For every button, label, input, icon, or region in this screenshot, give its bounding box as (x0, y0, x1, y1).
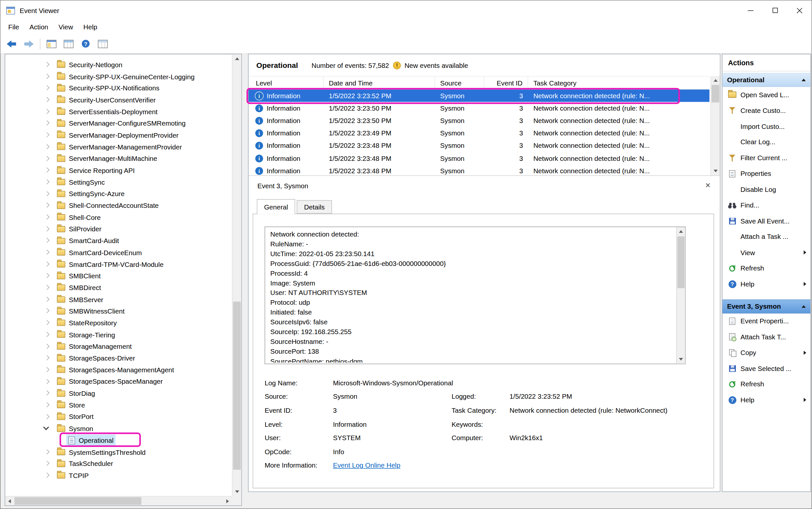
action-section-header-event-3-sysmon[interactable]: Event 3, Sysmon (722, 299, 811, 313)
tree-item-servermanager-managementprovider[interactable]: ServerManager-ManagementProvider (5, 141, 232, 153)
chevron-right-icon[interactable] (44, 379, 50, 384)
tree-item-sysmon[interactable]: Sysmon (5, 423, 232, 435)
close-preview-button[interactable] (702, 180, 714, 192)
chevron-right-icon[interactable] (44, 97, 50, 102)
chevron-right-icon[interactable] (44, 402, 50, 408)
tree-item-settingsync-azure[interactable]: SettingSync-Azure (5, 188, 232, 200)
tree-item-settingsync[interactable]: SettingSync (5, 176, 232, 188)
tree-item-store[interactable]: Store (5, 399, 232, 411)
tree-item-security-spp-ux-notifications[interactable]: Security-SPP-UX-Notifications (5, 82, 232, 94)
scroll-down-button[interactable] (232, 487, 241, 496)
tree-item-operational[interactable]: Operational (5, 435, 232, 446)
tree-item-smbclient[interactable]: SMBClient (5, 270, 232, 282)
action-item-help[interactable]: Help (722, 392, 811, 408)
tree-item-taskscheduler[interactable]: TaskScheduler (5, 458, 232, 470)
event-row[interactable]: Information1/5/2022 3:23:48 PMSysmon3Net… (249, 152, 710, 164)
chevron-right-icon[interactable] (44, 461, 50, 466)
tab-details[interactable]: Details (297, 200, 332, 214)
menu-action[interactable]: Action (24, 20, 53, 34)
forward-button[interactable] (21, 37, 37, 51)
chevron-right-icon[interactable] (44, 332, 50, 337)
tree-item-shell-core[interactable]: Shell-Core (5, 211, 232, 223)
chevron-right-icon[interactable] (44, 261, 50, 267)
tree-item-silprovider[interactable]: SilProvider (5, 223, 232, 235)
tree-item-smbserver[interactable]: SMBServer (5, 294, 232, 305)
collapse-section-icon[interactable] (802, 79, 806, 81)
tree-item-staterepository[interactable]: StateRepository (5, 317, 232, 329)
chevron-right-icon[interactable] (44, 273, 50, 278)
action-item-import-custo[interactable]: Import Custo... (722, 118, 811, 134)
action-item-event-properti[interactable]: Event Properti... (722, 313, 811, 329)
action-item-properties[interactable]: Properties (722, 166, 811, 181)
tree-item-smartcard-tpm-vcard-module[interactable]: SmartCard-TPM-VCard-Module (5, 259, 232, 270)
chevron-right-icon[interactable] (44, 156, 50, 161)
tree-item-stordiag[interactable]: StorDiag (5, 387, 232, 399)
tree-item-security-spp-ux-genuinecenter-logging[interactable]: Security-SPP-UX-GenuineCenter-Logging (5, 71, 232, 82)
action-pane-toggle-button[interactable] (95, 37, 111, 51)
action-item-disable-log[interactable]: Disable Log (722, 181, 811, 197)
action-item-find[interactable]: Find... (722, 197, 811, 213)
event-row[interactable]: Information1/5/2022 3:23:50 PMSysmon3Net… (249, 102, 710, 114)
chevron-right-icon[interactable] (44, 74, 50, 79)
chevron-right-icon[interactable] (44, 414, 50, 419)
message-vertical-scrollbar[interactable] (677, 227, 685, 364)
tree-item-smbdirect[interactable]: SMBDirect (5, 282, 232, 294)
tree-item-storagespaces-driver[interactable]: StorageSpaces-Driver (5, 352, 232, 364)
event-row[interactable]: Information1/5/2022 3:23:48 PMSysmon3Net… (249, 140, 710, 152)
tree-item-servermanager-deploymentprovider[interactable]: ServerManager-DeploymentProvider (5, 130, 232, 141)
tree-item-systemsettingsthreshold[interactable]: SystemSettingsThreshold (5, 446, 232, 458)
chevron-right-icon[interactable] (44, 297, 50, 302)
chevron-right-icon[interactable] (44, 214, 50, 219)
tree-item-smartcard-deviceenum[interactable]: SmartCard-DeviceEnum (5, 247, 232, 259)
action-item-help[interactable]: Help (722, 276, 811, 292)
scroll-thumb[interactable] (14, 497, 142, 505)
event-row[interactable]: Information1/5/2022 3:23:49 PMSysmon3Net… (249, 127, 710, 139)
scroll-right-button[interactable] (223, 497, 232, 505)
action-item-open-saved-l[interactable]: Open Saved L... (722, 87, 811, 102)
action-item-save-all-event[interactable]: Save All Event... (722, 213, 811, 229)
export-list-button[interactable] (43, 37, 59, 51)
chevron-right-icon[interactable] (44, 144, 50, 149)
column-header-event-id[interactable]: Event ID (484, 77, 528, 89)
chevron-right-icon[interactable] (44, 472, 50, 478)
action-item-view[interactable]: View (722, 245, 811, 260)
event-row[interactable]: Information1/5/2022 3:23:50 PMSysmon3Net… (249, 114, 710, 127)
chevron-down-icon[interactable] (43, 425, 49, 430)
chevron-right-icon[interactable] (44, 226, 50, 231)
list-vertical-scrollbar[interactable] (711, 76, 720, 175)
column-header-task-category[interactable]: Task Category (528, 77, 710, 89)
chevron-right-icon[interactable] (44, 449, 50, 454)
column-header-source[interactable]: Source (435, 77, 485, 89)
column-header-date-and-time[interactable]: Date and Time (324, 77, 435, 89)
close-button[interactable] (787, 1, 812, 20)
action-item-filter-current[interactable]: Filter Current ... (722, 150, 811, 166)
chevron-right-icon[interactable] (44, 249, 50, 255)
collapse-section-icon[interactable] (802, 305, 806, 308)
chevron-right-icon[interactable] (44, 179, 50, 184)
tree-vertical-scrollbar[interactable] (232, 54, 241, 496)
tree-item-security-netlogon[interactable]: Security-Netlogon (5, 59, 232, 71)
action-section-header-operational[interactable]: Operational (722, 73, 811, 87)
action-item-refresh[interactable]: Refresh (722, 376, 811, 392)
chevron-right-icon[interactable] (44, 391, 50, 396)
scroll-up-button[interactable] (711, 76, 720, 85)
scroll-left-button[interactable] (5, 497, 14, 505)
chevron-right-icon[interactable] (44, 132, 50, 137)
scroll-up-button[interactable] (677, 227, 685, 236)
scroll-thumb[interactable] (678, 237, 685, 289)
action-item-copy[interactable]: Copy (722, 345, 811, 361)
maximize-button[interactable] (763, 1, 787, 20)
tree-horizontal-scrollbar[interactable] (5, 496, 232, 505)
help-button[interactable] (78, 37, 94, 51)
menu-file[interactable]: File (3, 20, 25, 34)
chevron-right-icon[interactable] (44, 203, 50, 208)
tree-item-storport[interactable]: StorPort (5, 411, 232, 423)
chevron-right-icon[interactable] (44, 344, 50, 349)
scroll-down-button[interactable] (711, 166, 720, 175)
tree-item-servermanager-configuresmremoting[interactable]: ServerManager-ConfigureSMRemoting (5, 118, 232, 130)
menu-help[interactable]: Help (78, 20, 102, 34)
chevron-right-icon[interactable] (44, 355, 50, 361)
chevron-right-icon[interactable] (44, 62, 50, 67)
tree-item-storage-tiering[interactable]: Storage-Tiering (5, 329, 232, 341)
back-button[interactable] (4, 37, 20, 51)
